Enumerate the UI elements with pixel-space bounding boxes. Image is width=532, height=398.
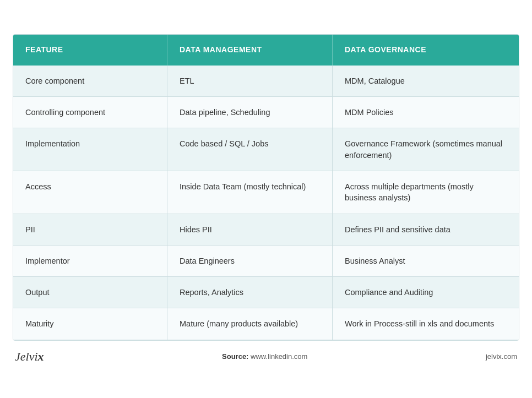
header-feature: FEATURE xyxy=(13,35,167,66)
cell-data-management: Reports, Analytics xyxy=(167,277,333,308)
table-row: PIIHides PIIDefines PII and sensitive da… xyxy=(13,214,519,246)
cell-data-governance: MDM, Catalogue xyxy=(333,66,519,97)
cell-data-governance: Work in Process-still in xls and documen… xyxy=(333,308,519,340)
page-footer: Jelvix Source: www.linkedin.com jelvix.c… xyxy=(13,350,519,364)
cell-feature: Core component xyxy=(13,66,167,97)
header-data-management: DATA MANAGEMENT xyxy=(167,35,333,66)
table-row: Controlling componentData pipeline, Sche… xyxy=(13,97,519,128)
comparison-table: FEATURE DATA MANAGEMENT DATA GOVERNANCE … xyxy=(13,34,519,341)
cell-data-governance: Compliance and Auditing xyxy=(333,277,519,308)
source-attribution: Source: www.linkedin.com xyxy=(222,352,307,361)
table-row: AccessInside Data Team (mostly technical… xyxy=(13,171,519,214)
cell-data-management: Code based / SQL / Jobs xyxy=(167,128,333,171)
cell-feature: Implementation xyxy=(13,128,167,171)
header-data-governance: DATA GOVERNANCE xyxy=(333,35,519,66)
logo-bold: x xyxy=(38,350,44,363)
table-row: ImplementorData EngineersBusiness Analys… xyxy=(13,246,519,277)
cell-data-management: Inside Data Team (mostly technical) xyxy=(167,171,333,214)
cell-data-governance: Business Analyst xyxy=(333,246,519,277)
source-label: Source: xyxy=(222,352,248,361)
cell-data-governance: Defines PII and sensitive data xyxy=(333,214,519,246)
cell-data-governance: Across multiple departments (mostly busi… xyxy=(333,171,519,214)
table-row: ImplementationCode based / SQL / JobsGov… xyxy=(13,128,519,171)
table-row: OutputReports, AnalyticsCompliance and A… xyxy=(13,277,519,308)
cell-data-governance: Governance Framework (sometimes manual e… xyxy=(333,128,519,171)
cell-feature: PII xyxy=(13,214,167,246)
cell-feature: Output xyxy=(13,277,167,308)
cell-data-management: ETL xyxy=(167,66,333,97)
source-url: www.linkedin.com xyxy=(251,352,307,361)
cell-feature: Controlling component xyxy=(13,97,167,128)
cell-data-management: Mature (many products available) xyxy=(167,308,333,340)
cell-data-management: Hides PII xyxy=(167,214,333,246)
website-url: jelvix.com xyxy=(486,352,517,361)
cell-feature: Implementor xyxy=(13,246,167,277)
table-row: Core componentETLMDM, Catalogue xyxy=(13,66,519,97)
cell-feature: Maturity xyxy=(13,308,167,340)
cell-data-management: Data pipeline, Scheduling xyxy=(167,97,333,128)
table-body: Core componentETLMDM, CatalogueControlli… xyxy=(13,66,519,340)
cell-data-governance: MDM Policies xyxy=(333,97,519,128)
table-header: FEATURE DATA MANAGEMENT DATA GOVERNANCE xyxy=(13,35,519,66)
cell-data-management: Data Engineers xyxy=(167,246,333,277)
table-row: MaturityMature (many products available)… xyxy=(13,308,519,340)
brand-logo: Jelvix xyxy=(15,350,44,364)
cell-feature: Access xyxy=(13,171,167,214)
